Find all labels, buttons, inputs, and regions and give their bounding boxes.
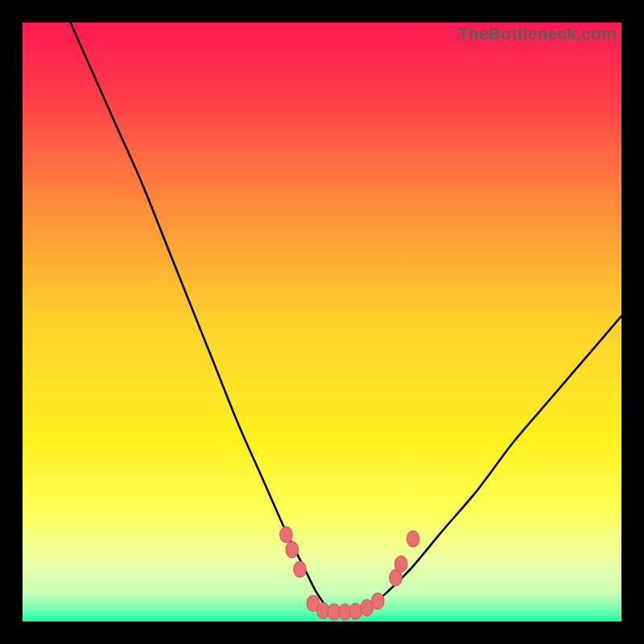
curve-marker [371,593,384,609]
curve-marker [394,556,407,572]
curve-marker [407,530,419,547]
bottleneck-curve [71,23,621,613]
curve-marker [280,526,293,543]
curve-marker [294,561,307,577]
chart-frame: TheBottleneck.com [0,0,644,644]
watermark-text: TheBottleneck.com [458,24,617,43]
curve-markers [280,526,419,620]
curve-marker [286,542,299,558]
curve-marker [349,603,362,619]
plot-area: TheBottleneck.com [23,23,621,621]
curve-layer [23,23,621,621]
